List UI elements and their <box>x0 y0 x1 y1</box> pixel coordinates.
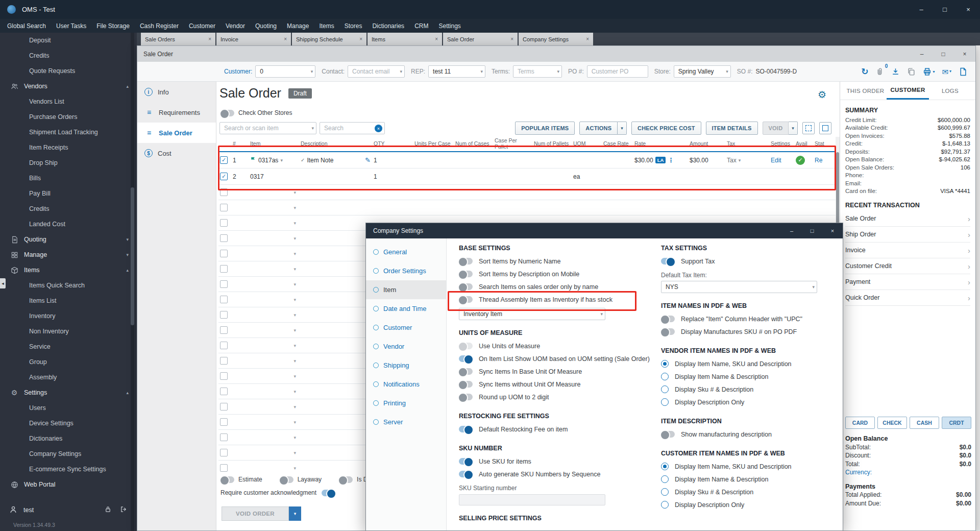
tab-close-icon[interactable]: × <box>586 36 589 42</box>
toggle-switch[interactable] <box>459 368 473 375</box>
setting-radio-row[interactable]: Display Item Name & Description <box>661 370 843 383</box>
toggle-switch[interactable] <box>459 283 473 290</box>
row-checkbox[interactable] <box>220 265 228 273</box>
column-header[interactable]: Units Per Case <box>413 141 454 147</box>
sku-starting-number-input[interactable] <box>459 494 605 505</box>
sidebar-section-vendors[interactable]: Vendors ▴ <box>0 79 137 94</box>
setting-radio-row[interactable]: Display Description Only <box>661 396 843 408</box>
menu-item[interactable]: Stores <box>339 19 368 33</box>
document-tab[interactable]: Items × <box>368 33 442 45</box>
settings-nav-item[interactable]: Order Settings <box>366 261 446 280</box>
row-checkbox[interactable] <box>220 342 228 349</box>
toggle-switch[interactable] <box>339 476 353 483</box>
chevron-down-icon[interactable]: ▾ <box>293 328 296 333</box>
document-icon[interactable] <box>959 67 967 76</box>
settings-nav-item[interactable]: Item <box>366 280 446 299</box>
transaction-row[interactable]: Customer Credit › <box>845 258 970 274</box>
row-checkbox[interactable] <box>220 449 228 456</box>
settings-nav-item[interactable]: Customer <box>366 318 446 337</box>
item-search-mode-select[interactable]: Search or scan item▾ <box>219 122 316 134</box>
row-checkbox[interactable] <box>220 204 228 211</box>
settings-nav-item[interactable]: Date and Time <box>366 299 446 318</box>
chevron-down-icon[interactable]: ▾ <box>293 282 296 287</box>
toggle-switch[interactable] <box>661 431 675 438</box>
customer-select[interactable]: 0▾ <box>255 65 315 78</box>
clear-search-icon[interactable]: × <box>375 125 382 132</box>
sidebar-item[interactable]: Assembly <box>0 370 137 385</box>
logout-icon[interactable] <box>120 505 128 515</box>
lock-icon[interactable] <box>104 505 112 515</box>
sidebar-section-items[interactable]: Items ▴ <box>0 262 137 278</box>
void-order-dropdown-button[interactable]: ▾ <box>289 506 301 521</box>
sidebar-item[interactable]: Company Settings <box>0 446 137 462</box>
sidebar-section-quoting[interactable]: Quoting ▾ <box>0 232 137 247</box>
setting-toggle-row[interactable]: Replace "Item" Column Header with "UPC" <box>661 312 843 325</box>
settings-nav-item[interactable]: Printing <box>366 394 446 413</box>
column-header[interactable]: Stat <box>813 141 836 147</box>
sidebar-item[interactable]: Items Quick Search <box>0 278 137 293</box>
radio-button[interactable] <box>661 475 669 483</box>
sidebar-item[interactable]: Landed Cost <box>0 216 137 232</box>
chevron-down-icon[interactable]: ▾ <box>293 312 296 318</box>
document-tab[interactable]: Invoice × <box>216 33 291 45</box>
void-button[interactable]: VOID <box>763 122 789 135</box>
row-checkbox[interactable] <box>220 234 228 242</box>
setting-toggle-row[interactable]: Display Manufactures SKU # on PO PDF <box>661 325 843 338</box>
sidebar-item[interactable]: Credits <box>0 201 137 216</box>
gear-icon[interactable]: ⚙ <box>818 89 826 101</box>
qty-cell[interactable]: 1 <box>372 168 413 184</box>
menu-item[interactable]: Dictionaries <box>367 19 409 33</box>
menu-item[interactable]: Cash Register <box>135 19 184 33</box>
chevron-down-icon[interactable]: ▾ <box>293 389 296 394</box>
sidebar-item[interactable]: Quote Requests <box>0 63 137 79</box>
setting-toggle-row[interactable]: Default Restocking Fee on item <box>459 423 639 436</box>
radio-button[interactable] <box>661 385 669 393</box>
payment-method-button[interactable]: CASH <box>910 417 939 429</box>
setting-toggle-row[interactable]: Sort Items by Description on Mobile <box>459 268 639 280</box>
print-icon[interactable]: ▾ <box>923 67 935 76</box>
column-header[interactable]: Case Rate <box>602 141 633 147</box>
rate-level-badge[interactable]: LA <box>655 157 666 163</box>
payment-method-button[interactable]: CARD <box>845 417 875 429</box>
sidebar-collapse-handle[interactable]: ◂ <box>0 278 6 288</box>
menu-item[interactable]: Vendor <box>220 19 250 33</box>
setting-radio-row[interactable]: Display Sku # & Description <box>661 383 843 396</box>
inventory-item-select[interactable]: Inventory Item▾ <box>459 308 605 320</box>
column-header[interactable]: Description <box>299 141 372 147</box>
sidebar-item[interactable]: Service <box>0 339 137 354</box>
select-columns-icon[interactable] <box>819 122 831 134</box>
menu-item[interactable]: User Tasks <box>51 19 91 33</box>
uom-cell[interactable]: ea <box>572 168 602 184</box>
chevron-down-icon[interactable]: ▾ <box>293 374 296 379</box>
menu-item[interactable]: Global Search <box>2 19 51 33</box>
menu-item[interactable]: File Storage <box>91 19 135 33</box>
row-checkbox[interactable] <box>220 280 228 288</box>
void-dropdown-button[interactable]: ▾ <box>789 122 798 135</box>
window-close-button[interactable]: × <box>954 46 975 62</box>
setting-toggle-row[interactable]: Sync Items In Base Unit Of Measure <box>459 365 639 378</box>
row-checkbox[interactable] <box>220 296 228 303</box>
popular-items-button[interactable]: POPULAR ITEMS <box>515 122 575 135</box>
item-details-button[interactable]: ITEM DETAILS <box>706 122 758 135</box>
terms-select[interactable]: Terms▾ <box>513 65 562 78</box>
toggle-switch[interactable] <box>459 458 473 465</box>
uom-cell[interactable] <box>572 152 602 168</box>
sidebar-item[interactable]: E-commerce Sync Settings <box>0 462 137 477</box>
setting-radio-row[interactable]: Display Item Name, SKU and Description <box>661 460 843 473</box>
setting-radio-row[interactable]: Display Sku # & Description <box>661 486 843 498</box>
toggle-switch[interactable] <box>459 296 473 303</box>
setting-toggle-row[interactable]: Show manufacturing description <box>661 428 843 441</box>
document-tab[interactable]: Shipping Schedule × <box>292 33 366 45</box>
store-select[interactable]: Spring Valley▾ <box>674 65 731 78</box>
setting-toggle-row[interactable]: Use Units of Measure <box>459 340 639 352</box>
table-row[interactable]: 1 0317as ▾ ✓ Item Note ✎ 1 $30.00 LA <box>218 152 836 168</box>
app-maximize-button[interactable]: □ <box>933 0 957 19</box>
sidebar-item[interactable]: Credits <box>0 48 137 63</box>
toggle-switch[interactable] <box>459 394 473 400</box>
sidebar-item[interactable]: Inventory <box>0 308 137 324</box>
tab-close-icon[interactable]: × <box>435 36 438 42</box>
column-header[interactable]: Settings <box>769 141 794 147</box>
setting-toggle-row[interactable]: Round up UOM to 2 digit <box>459 391 639 403</box>
column-header[interactable]: Num of Pallets <box>532 141 572 147</box>
toggle-switch[interactable] <box>661 316 675 322</box>
